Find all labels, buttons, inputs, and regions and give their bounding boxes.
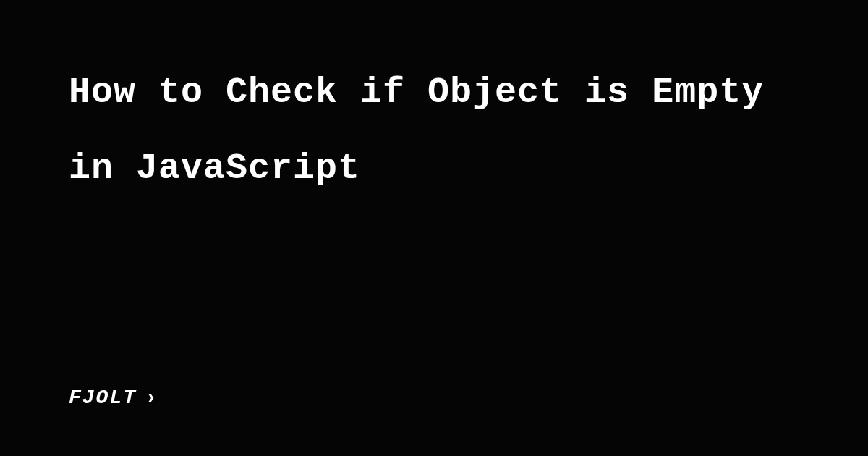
brand-name: FJOLT bbox=[69, 387, 137, 409]
brand-logo: FJOLT › bbox=[69, 387, 158, 409]
chevron-right-icon: › bbox=[145, 387, 158, 409]
page-title: How to Check if Object is Empty in JavaS… bbox=[69, 54, 799, 206]
